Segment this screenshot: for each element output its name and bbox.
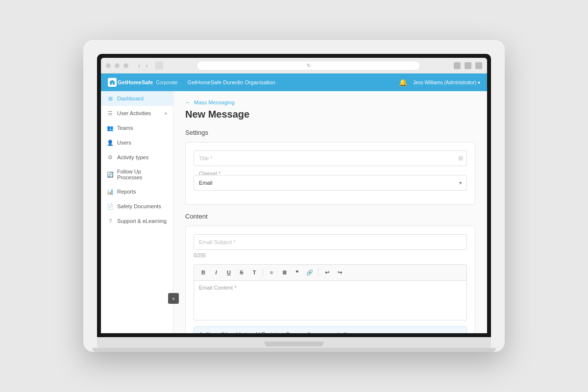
brand: GetHomeSafe Corporate	[108, 78, 178, 87]
sidebar: ⊞ Dashboard ☰ User Activities ▾ 👥 Teams	[101, 91, 173, 333]
rte-bold-button[interactable]: B	[198, 267, 209, 278]
breadcrumb: ← Mass Messaging	[185, 99, 475, 106]
collapse-icon: «	[172, 296, 175, 301]
rte-content-area[interactable]: Email Content *	[194, 281, 466, 320]
safety-docs-icon: 📄	[107, 203, 114, 210]
browser-share-icon	[454, 62, 461, 69]
settings-section-title: Settings	[185, 129, 475, 136]
browser-tab-icon	[155, 62, 163, 70]
rte-strikethrough-button[interactable]: S	[236, 267, 247, 278]
sidebar-item-follow-up[interactable]: 🔄 Follow Up Processes	[101, 165, 173, 184]
browser-bookmark-icon	[465, 62, 471, 69]
rte-undo-button[interactable]: ↩	[321, 267, 332, 278]
user-activities-icon: ☰	[107, 110, 114, 117]
sidebar-collapse-button[interactable]: «	[168, 293, 179, 304]
title-input[interactable]	[194, 150, 467, 166]
info-circle-icon: ℹ	[200, 331, 202, 333]
page-title: New Message	[185, 109, 475, 120]
browser-address-bar[interactable]: ↻	[196, 61, 420, 71]
email-subject-input[interactable]	[194, 234, 467, 250]
brand-name: GetHomeSafe	[118, 79, 153, 85]
brand-subtitle: Corporate	[156, 80, 177, 85]
sidebar-item-safety-docs[interactable]: 📄 Safety Documents	[101, 199, 173, 214]
laptop-base	[97, 337, 491, 348]
activity-types-icon: ⚙	[107, 154, 114, 161]
rich-text-editor: B I U S T ≡ ≣ ❝ 🔗	[194, 264, 467, 320]
breadcrumb-back-arrow: ←	[185, 99, 191, 106]
browser-forward-btn[interactable]: ›	[144, 62, 150, 70]
rte-unordered-list-button[interactable]: ≣	[279, 267, 290, 278]
email-subject-group: 0/255	[194, 234, 467, 258]
char-count: 0/255	[194, 253, 467, 258]
content-area: ← Mass Messaging New Message Settings ⊞	[173, 91, 487, 333]
brand-logo-icon	[108, 78, 117, 87]
reports-icon: 📊	[107, 188, 114, 195]
rte-separator-1	[263, 269, 263, 276]
rte-underline-button[interactable]: U	[223, 267, 234, 278]
info-box: ℹ You will be able to add Recipient Grou…	[194, 326, 467, 333]
sidebar-item-user-activities-label: User Activities	[117, 110, 151, 116]
main-layout: ⊞ Dashboard ☰ User Activities ▾ 👥 Teams	[101, 91, 487, 333]
channel-select-wrapper: Email SMS Push Notification ▾	[194, 175, 467, 191]
rte-toolbar: B I U S T ≡ ≣ ❝ 🔗	[194, 265, 466, 281]
user-menu-arrow: ▾	[478, 80, 480, 85]
browser-btn-minimize[interactable]	[115, 63, 120, 68]
sidebar-item-follow-up-label: Follow Up Processes	[117, 169, 167, 180]
sidebar-item-teams-label: Teams	[117, 125, 133, 131]
content-section-title: Content	[185, 213, 475, 220]
breadcrumb-link[interactable]: Mass Messaging	[194, 99, 235, 105]
teams-icon: 👥	[107, 124, 114, 131]
sidebar-item-dashboard-label: Dashboard	[117, 96, 144, 101]
rte-link-button[interactable]: 🔗	[304, 267, 315, 278]
title-input-icon: ⊞	[458, 155, 463, 162]
browser-toolbar: ‹ › ↻	[101, 58, 487, 74]
sidebar-item-safety-docs-label: Safety Documents	[117, 203, 161, 209]
brand-svg-icon	[109, 79, 115, 85]
channel-select[interactable]: Email SMS Push Notification	[194, 175, 467, 191]
laptop-foot	[92, 348, 496, 352]
users-icon: 👤	[107, 139, 114, 146]
user-name: Jess Williams (Administrator)	[413, 80, 476, 85]
content-form-section: 0/255 B I U S T	[185, 226, 475, 333]
sidebar-item-user-activities[interactable]: ☰ User Activities ▾	[101, 106, 173, 121]
refresh-icon: ↻	[307, 63, 311, 68]
settings-form-section: ⊞ Channel * Email SMS Push Notification	[185, 142, 475, 205]
browser-btn-close[interactable]	[106, 63, 111, 68]
sidebar-item-arrow: ▾	[165, 111, 167, 116]
sidebar-item-support[interactable]: ? Support & eLearning	[101, 214, 173, 228]
sidebar-item-teams[interactable]: 👥 Teams	[101, 121, 173, 135]
brand-logo: GetHomeSafe	[108, 78, 153, 87]
laptop-notch	[265, 342, 323, 346]
rte-placeholder: Email Content *	[199, 285, 236, 291]
sidebar-item-dashboard[interactable]: ⊞ Dashboard	[101, 91, 173, 106]
channel-field-group: Channel * Email SMS Push Notification ▾	[194, 175, 467, 191]
browser-back-btn[interactable]: ‹	[136, 62, 142, 70]
sidebar-item-users-label: Users	[117, 140, 131, 146]
top-nav: GetHomeSafe Corporate GetHomeSafe Dunedi…	[101, 74, 487, 91]
info-text: You will be able to add Recipient Groups…	[206, 331, 376, 333]
browser-menu-icon	[475, 62, 482, 69]
top-nav-right: 🔔 Jess Williams (Administrator) ▾	[399, 78, 480, 86]
rte-ordered-list-button[interactable]: ≡	[266, 267, 277, 278]
notification-bell-icon[interactable]: 🔔	[399, 78, 407, 86]
rte-redo-button[interactable]: ↪	[334, 267, 345, 278]
sidebar-item-reports-label: Reports	[117, 189, 136, 195]
browser-btn-maximize[interactable]	[123, 63, 128, 68]
sidebar-item-activity-types-label: Activity types	[117, 154, 148, 160]
rte-italic-button[interactable]: I	[211, 267, 221, 278]
rte-quote-button[interactable]: ❝	[292, 267, 302, 278]
support-icon: ?	[107, 218, 114, 224]
app-container: GetHomeSafe Corporate GetHomeSafe Dunedi…	[101, 74, 487, 333]
sidebar-item-users[interactable]: 👤 Users	[101, 135, 173, 150]
user-menu[interactable]: Jess Williams (Administrator) ▾	[413, 80, 480, 85]
sidebar-item-support-label: Support & eLearning	[117, 218, 167, 224]
follow-up-icon: 🔄	[107, 171, 114, 178]
sidebar-item-reports[interactable]: 📊 Reports	[101, 184, 173, 199]
title-field-group: ⊞	[194, 150, 467, 166]
org-name: GetHomeSafe Dunedin Organisation	[188, 79, 275, 85]
dashboard-icon: ⊞	[107, 95, 114, 102]
rte-heading-button[interactable]: T	[249, 267, 260, 278]
sidebar-item-activity-types[interactable]: ⚙ Activity types	[101, 150, 173, 165]
rte-separator-2	[318, 269, 318, 276]
